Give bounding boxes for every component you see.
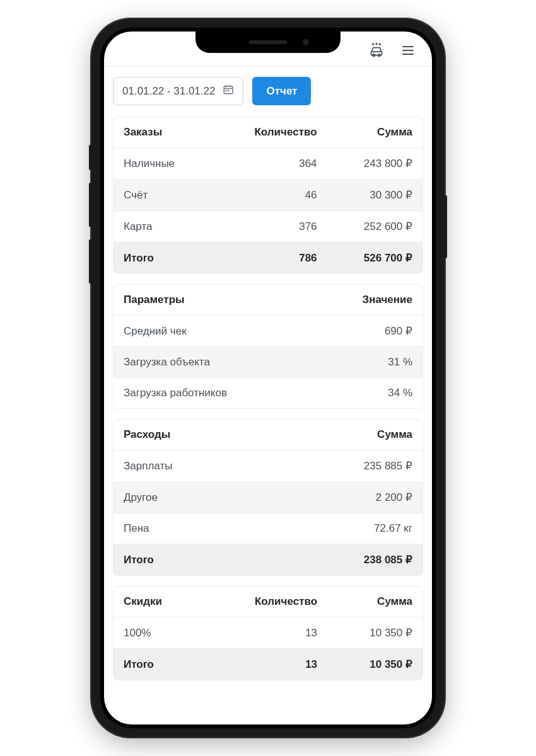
expenses-card: Расходы Сумма Зарплаты 235 885 ₽ xyxy=(113,419,423,576)
table-row: Загрузка работников 34 % xyxy=(114,378,422,409)
app-root: 01.01.22 - 31.01.22 xyxy=(104,32,432,724)
cell-name: 100% xyxy=(114,617,202,649)
cell-name: Счёт xyxy=(114,180,213,211)
phone-side-button xyxy=(89,239,91,284)
table-total-row: Итого 13 10 350 ₽ xyxy=(114,649,422,680)
discounts-card: Скидки Количество Сумма 100% 13 10 350 ₽ xyxy=(113,586,423,680)
cell-qty: 786 xyxy=(213,243,327,274)
phone-notch xyxy=(195,32,341,53)
controls-row: 01.01.22 - 31.01.22 xyxy=(113,77,423,105)
phone-side-button xyxy=(89,183,91,227)
report-button[interactable]: Отчет xyxy=(252,77,311,105)
cell-value: 235 885 ₽ xyxy=(268,450,422,482)
cell-value: 34 % xyxy=(310,378,422,409)
cell-qty: 46 xyxy=(213,180,327,211)
discounts-table: Скидки Количество Сумма 100% 13 10 350 ₽ xyxy=(114,587,422,680)
cell-sum: 243 800 ₽ xyxy=(327,148,422,180)
cell-name: Другое xyxy=(114,482,268,513)
cell-name: Пена xyxy=(114,513,268,544)
discounts-header-qty: Количество xyxy=(202,587,327,617)
cell-value: 72.67 кг xyxy=(268,513,422,544)
cell-value: 238 085 ₽ xyxy=(268,544,422,576)
svg-point-0 xyxy=(373,43,374,45)
orders-table: Заказы Количество Сумма Наличные 364 243… xyxy=(114,117,422,273)
expenses-table: Расходы Сумма Зарплаты 235 885 ₽ xyxy=(114,420,422,575)
phone-frame: 01.01.22 - 31.01.22 xyxy=(91,19,445,737)
params-header-name: Параметры xyxy=(114,285,310,316)
table-total-row: Итого 786 526 700 ₽ xyxy=(114,243,422,274)
discounts-header-name: Скидки xyxy=(114,587,202,617)
table-row: 100% 13 10 350 ₽ xyxy=(114,617,422,649)
cell-sum: 526 700 ₽ xyxy=(327,243,422,274)
cell-qty: 376 xyxy=(213,211,327,243)
params-table: Параметры Значение Средний чек 690 ₽ xyxy=(114,285,422,408)
cell-name: Итого xyxy=(114,544,268,576)
cell-name: Карта xyxy=(114,211,213,243)
params-card: Параметры Значение Средний чек 690 ₽ xyxy=(113,284,423,409)
cell-qty: 13 xyxy=(202,649,327,680)
svg-rect-14 xyxy=(228,90,230,91)
cell-sum: 30 300 ₽ xyxy=(327,180,422,211)
orders-header-qty: Количество xyxy=(213,117,327,148)
cell-name: Зарплаты xyxy=(114,450,268,482)
params-header-value: Значение xyxy=(310,285,422,316)
expenses-header-name: Расходы xyxy=(114,420,268,450)
orders-header-sum: Сумма xyxy=(327,117,422,148)
cell-value: 690 ₽ xyxy=(310,316,422,347)
orders-header-name: Заказы xyxy=(114,117,213,148)
phone-side-button xyxy=(89,145,91,170)
cell-value: 2 200 ₽ xyxy=(268,482,422,513)
table-row: Другое 2 200 ₽ xyxy=(114,482,422,513)
table-row: Пена 72.67 кг xyxy=(114,513,422,544)
cell-qty: 364 xyxy=(213,148,327,180)
calendar-icon xyxy=(223,84,234,98)
expenses-header-sum: Сумма xyxy=(268,420,422,450)
svg-point-2 xyxy=(380,43,381,45)
cell-sum: 252 600 ₽ xyxy=(327,211,422,243)
hamburger-icon[interactable] xyxy=(399,42,417,59)
table-row: Карта 376 252 600 ₽ xyxy=(114,211,422,243)
orders-card: Заказы Количество Сумма Наличные 364 243… xyxy=(113,117,423,274)
table-row: Наличные 364 243 800 ₽ xyxy=(114,148,422,180)
cell-sum: 10 350 ₽ xyxy=(327,649,422,680)
date-range-input[interactable]: 01.01.22 - 31.01.22 xyxy=(113,77,243,105)
cell-value: 31 % xyxy=(310,347,422,378)
cell-name: Загрузка объекта xyxy=(114,347,310,378)
table-row: Зарплаты 235 885 ₽ xyxy=(114,450,422,482)
svg-point-1 xyxy=(376,43,377,44)
cell-name: Итого xyxy=(114,243,213,274)
cell-name: Итого xyxy=(114,649,202,680)
cell-name: Наличные xyxy=(114,148,213,180)
phone-side-button xyxy=(445,195,447,258)
cell-name: Средний чек xyxy=(114,316,310,347)
table-total-row: Итого 238 085 ₽ xyxy=(114,544,422,576)
carwash-icon[interactable] xyxy=(368,42,385,59)
cell-sum: 10 350 ₽ xyxy=(327,617,422,649)
date-range-value: 01.01.22 - 31.01.22 xyxy=(122,85,215,98)
table-row: Загрузка объекта 31 % xyxy=(114,347,422,378)
cell-qty: 13 xyxy=(202,617,327,649)
svg-rect-13 xyxy=(226,90,227,91)
table-row: Средний чек 690 ₽ xyxy=(114,316,422,347)
discounts-header-sum: Сумма xyxy=(327,587,422,617)
table-row: Счёт 46 30 300 ₽ xyxy=(114,180,422,211)
content: 01.01.22 - 31.01.22 xyxy=(104,67,432,696)
cell-name: Загрузка работников xyxy=(114,378,310,409)
